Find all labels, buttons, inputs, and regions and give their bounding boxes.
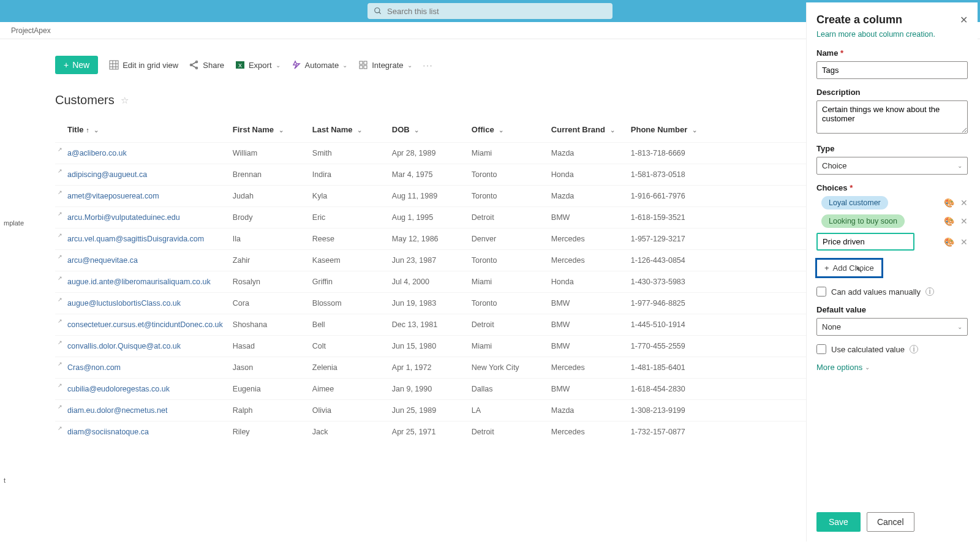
cell-brand: Mazda bbox=[546, 143, 626, 164]
svg-rect-13 bbox=[364, 61, 367, 64]
choice-chip[interactable]: Loyal customer bbox=[821, 196, 888, 210]
star-icon[interactable]: ☆ bbox=[121, 95, 129, 106]
cell-first: Eugenia bbox=[228, 379, 307, 400]
chevron-down-icon: ⌄ bbox=[499, 127, 503, 134]
cell-title[interactable]: arcu@nequevitae.ca bbox=[55, 250, 228, 271]
cell-first: Riley bbox=[228, 421, 307, 443]
edit-grid-button[interactable]: Edit in grid view bbox=[109, 60, 178, 70]
cell-dob: Jun 15, 1980 bbox=[387, 336, 467, 357]
ellipsis-icon: ··· bbox=[423, 61, 434, 70]
cell-office: Miami bbox=[467, 271, 546, 293]
col-title[interactable]: Title ↑ ⌄ bbox=[55, 117, 228, 143]
remove-icon[interactable]: ✕ bbox=[960, 216, 968, 226]
col-first-name[interactable]: First Name ⌄ bbox=[228, 117, 307, 143]
cell-last: Indira bbox=[307, 164, 387, 186]
cell-first: Brody bbox=[228, 207, 307, 229]
name-input[interactable] bbox=[816, 61, 968, 79]
cell-brand: Mercedes bbox=[546, 250, 626, 271]
chevron-down-icon: ⌄ bbox=[94, 127, 99, 134]
cell-title[interactable]: augue.id.ante@liberomaurisaliquam.co.uk bbox=[55, 271, 228, 293]
list-title: Customers bbox=[55, 93, 115, 107]
more-button[interactable]: ··· bbox=[423, 61, 434, 70]
cell-dob: Mar 4, 1975 bbox=[387, 164, 467, 186]
cell-last: Reese bbox=[307, 229, 387, 250]
cell-title[interactable]: consectetuer.cursus.et@tinciduntDonec.co… bbox=[55, 314, 228, 336]
cell-dob: Jul 4, 2000 bbox=[387, 271, 467, 293]
palette-icon[interactable]: 🎨 bbox=[944, 198, 954, 208]
palette-icon[interactable]: 🎨 bbox=[944, 237, 954, 247]
description-input[interactable]: Certain things we know about the custome… bbox=[816, 100, 968, 134]
col-last-name[interactable]: Last Name ⌄ bbox=[307, 117, 387, 143]
cell-phone: 1-813-718-6669 bbox=[626, 143, 712, 164]
cell-brand: BMW bbox=[546, 379, 626, 400]
more-options-button[interactable]: More options ⌄ bbox=[816, 363, 968, 372]
cell-office: Toronto bbox=[467, 186, 546, 207]
cell-title[interactable]: a@aclibero.co.uk bbox=[55, 143, 228, 164]
col-dob[interactable]: DOB ⌄ bbox=[387, 117, 467, 143]
chevron-down-icon: ⌄ bbox=[610, 127, 615, 134]
cell-title[interactable]: diam@sociisnatoque.ca bbox=[55, 421, 228, 443]
cell-phone: 1-618-454-2830 bbox=[626, 379, 712, 400]
export-button[interactable]: X Export ⌄ bbox=[235, 60, 281, 70]
col-office[interactable]: Office ⌄ bbox=[467, 117, 546, 143]
new-button[interactable]: + New bbox=[55, 56, 98, 74]
palette-icon[interactable]: 🎨 bbox=[944, 216, 954, 226]
cell-title[interactable]: arcu.vel.quam@sagittisDuisgravida.com bbox=[55, 229, 228, 250]
svg-rect-14 bbox=[360, 66, 363, 69]
svg-rect-15 bbox=[364, 66, 367, 69]
cell-title[interactable]: augue@luctuslobortisClass.co.uk bbox=[55, 293, 228, 314]
cell-last: Aimee bbox=[307, 379, 387, 400]
type-label: Type bbox=[816, 144, 968, 153]
cell-last: Kyla bbox=[307, 186, 387, 207]
description-label: Description bbox=[816, 88, 968, 97]
remove-icon[interactable]: ✕ bbox=[960, 237, 968, 247]
excel-icon: X bbox=[235, 60, 245, 70]
name-label: Name * bbox=[816, 48, 968, 58]
col-brand[interactable]: Current Brand ⌄ bbox=[546, 117, 626, 143]
integrate-button[interactable]: Integrate ⌄ bbox=[358, 60, 412, 70]
cell-office: Toronto bbox=[467, 293, 546, 314]
cell-title[interactable]: amet@vitaeposuereat.com bbox=[55, 186, 228, 207]
close-icon[interactable]: ✕ bbox=[960, 14, 968, 26]
default-value-select[interactable]: None ⌄ bbox=[816, 318, 968, 336]
automate-button[interactable]: Automate ⌄ bbox=[292, 60, 348, 70]
col-phone[interactable]: Phone Number ⌄ bbox=[626, 117, 712, 143]
add-choice-button[interactable]: + Add Choice ↖ bbox=[815, 258, 883, 278]
breadcrumb[interactable]: ProjectApex bbox=[11, 26, 51, 35]
cell-title[interactable]: Cras@non.com bbox=[55, 357, 228, 379]
info-icon[interactable]: i bbox=[910, 345, 918, 353]
sidebar-item-template[interactable]: mplate bbox=[0, 217, 31, 229]
cell-title[interactable]: adipiscing@augueut.ca bbox=[55, 164, 228, 186]
cell-office: Miami bbox=[467, 336, 546, 357]
cell-phone: 1-916-661-7976 bbox=[626, 186, 712, 207]
cell-dob: Apr 25, 1971 bbox=[387, 421, 467, 443]
cell-first: Ralph bbox=[228, 400, 307, 421]
cell-dob: May 12, 1986 bbox=[387, 229, 467, 250]
cell-title[interactable]: cubilia@eudoloregestas.co.uk bbox=[55, 379, 228, 400]
share-button[interactable]: Share bbox=[189, 60, 224, 70]
cell-phone: 1-618-159-3521 bbox=[626, 207, 712, 229]
cell-phone: 1-445-510-1914 bbox=[626, 314, 712, 336]
manual-values-checkbox[interactable] bbox=[816, 287, 826, 297]
chevron-down-icon: ⌄ bbox=[276, 62, 281, 69]
cursor-icon: ↖ bbox=[856, 265, 863, 274]
cell-office: Toronto bbox=[467, 250, 546, 271]
automate-icon bbox=[292, 60, 301, 70]
search-bar[interactable] bbox=[368, 3, 612, 19]
learn-more-link[interactable]: Learn more about column creation. bbox=[816, 30, 968, 39]
remove-icon[interactable]: ✕ bbox=[960, 198, 968, 208]
info-icon[interactable]: i bbox=[925, 287, 934, 296]
cell-title[interactable]: arcu.Morbi@vulputateduinec.edu bbox=[55, 207, 228, 229]
panel-title: Create a column bbox=[816, 13, 902, 26]
choice-input[interactable] bbox=[816, 233, 914, 251]
cell-title[interactable]: diam.eu.dolor@necmetus.net bbox=[55, 400, 228, 421]
cell-office: Dallas bbox=[467, 379, 546, 400]
search-input[interactable] bbox=[387, 7, 606, 16]
type-select[interactable]: Choice ⌄ bbox=[816, 157, 968, 175]
cell-brand: Mercedes bbox=[546, 229, 626, 250]
calculated-value-checkbox[interactable] bbox=[816, 344, 826, 354]
choice-chip[interactable]: Looking to buy soon bbox=[821, 214, 905, 228]
chevron-down-icon: ⌄ bbox=[279, 127, 284, 134]
cell-title[interactable]: convallis.dolor.Quisque@at.co.uk bbox=[55, 336, 228, 357]
cell-first: William bbox=[228, 143, 307, 164]
